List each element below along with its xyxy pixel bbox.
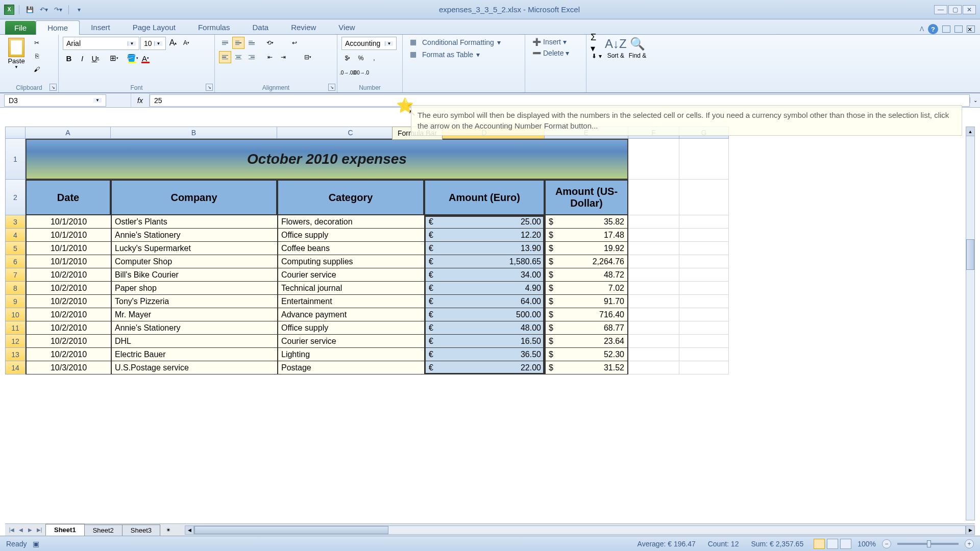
cell-date[interactable]: 10/2/2010 bbox=[26, 321, 111, 335]
cell-euro[interactable]: €500.00 bbox=[424, 308, 545, 321]
font-color-button[interactable]: A▾ bbox=[139, 52, 152, 64]
row-header-4[interactable]: 4 bbox=[5, 229, 26, 242]
cell-category[interactable]: Flowers, decoration bbox=[277, 215, 424, 229]
row-header-8[interactable]: 8 bbox=[5, 282, 26, 295]
cell-usd[interactable]: $19.92 bbox=[545, 242, 628, 255]
window-restore-icon[interactable] bbox=[954, 26, 963, 33]
cell-company[interactable]: Mr. Mayer bbox=[111, 308, 277, 321]
decrease-indent-button[interactable]: ⇤ bbox=[264, 51, 276, 63]
cell-category[interactable]: Coffee beans bbox=[277, 242, 424, 255]
italic-button[interactable]: I bbox=[76, 52, 88, 64]
cell-company[interactable]: Paper shop bbox=[111, 282, 277, 295]
hscroll-thumb[interactable] bbox=[194, 526, 388, 534]
copy-button[interactable]: ⎘ bbox=[31, 50, 43, 62]
cell-company[interactable]: Annie's Stationery bbox=[111, 229, 277, 242]
cell-usd[interactable]: $48.72 bbox=[545, 268, 628, 282]
close-button[interactable]: ✕ bbox=[963, 5, 976, 14]
cell-company[interactable]: DHL bbox=[111, 335, 277, 348]
cell-usd[interactable]: $91.70 bbox=[545, 295, 628, 308]
format-painter-button[interactable]: 🖌 bbox=[31, 63, 43, 76]
cell-category[interactable]: Computing supplies bbox=[277, 255, 424, 268]
page-layout-view-button[interactable] bbox=[827, 539, 838, 549]
cell-euro[interactable]: €22.00 bbox=[424, 361, 545, 374]
page-break-view-button[interactable] bbox=[840, 539, 851, 549]
cell-company[interactable]: U.S.Postage service bbox=[111, 361, 277, 374]
cell-usd[interactable]: $7.02 bbox=[545, 282, 628, 295]
fill-button[interactable]: ⬇ ▾ bbox=[591, 50, 603, 62]
row-header-7[interactable]: 7 bbox=[5, 268, 26, 282]
cell-euro[interactable]: €13.90 bbox=[424, 242, 545, 255]
cell-euro[interactable]: €12.20 bbox=[424, 229, 545, 242]
find-select-button[interactable]: 🔍 Find & bbox=[629, 37, 647, 92]
cell-euro[interactable]: €1,580.65 bbox=[424, 255, 545, 268]
header-euro[interactable]: Amount (Euro) bbox=[424, 180, 545, 215]
cell-date[interactable]: 10/1/2010 bbox=[26, 242, 111, 255]
formula-input[interactable]: 25 bbox=[150, 94, 970, 107]
cell-euro[interactable]: €48.00 bbox=[424, 321, 545, 335]
normal-view-button[interactable] bbox=[814, 539, 825, 549]
maximize-button[interactable]: ▢ bbox=[948, 5, 962, 14]
row-header-13[interactable]: 13 bbox=[5, 348, 26, 361]
redo-button[interactable]: ↷▾ bbox=[53, 4, 64, 15]
cell-company[interactable]: Tony's Pizzeria bbox=[111, 295, 277, 308]
minimize-ribbon-icon[interactable]: ᐱ bbox=[920, 26, 924, 33]
zoom-level[interactable]: 100% bbox=[857, 540, 876, 548]
header-date[interactable]: Date bbox=[26, 180, 111, 215]
format-as-table-button[interactable]: ▦Format as Table ▾ bbox=[407, 49, 521, 60]
row-header-14[interactable]: 14 bbox=[5, 361, 26, 374]
merge-center-button[interactable]: ⊟▾ bbox=[302, 51, 314, 63]
percent-button[interactable]: % bbox=[355, 52, 367, 64]
shrink-font-button[interactable]: A▾ bbox=[180, 37, 192, 49]
tab-insert[interactable]: Insert bbox=[80, 20, 121, 34]
col-header-b[interactable]: B bbox=[111, 127, 277, 139]
header-company[interactable]: Company bbox=[111, 180, 277, 215]
grow-font-button[interactable]: A▴ bbox=[167, 37, 179, 49]
cell-category[interactable]: Office supply bbox=[277, 229, 424, 242]
cell-usd[interactable]: $68.77 bbox=[545, 321, 628, 335]
cell-date[interactable]: 10/1/2010 bbox=[26, 229, 111, 242]
title-cell[interactable]: October 2010 expenses bbox=[26, 139, 628, 180]
cell-usd[interactable]: $2,264.76 bbox=[545, 255, 628, 268]
align-top-button[interactable] bbox=[219, 37, 231, 49]
fx-button[interactable]: fx bbox=[131, 93, 150, 107]
vscroll-thumb[interactable] bbox=[966, 239, 974, 270]
minimize-button[interactable]: — bbox=[934, 5, 947, 14]
align-middle-button[interactable] bbox=[232, 37, 244, 49]
file-tab[interactable]: File bbox=[5, 21, 36, 35]
zoom-in-button[interactable]: + bbox=[965, 539, 974, 548]
cell-category[interactable]: Entertainment bbox=[277, 295, 424, 308]
cell-usd[interactable]: $23.64 bbox=[545, 335, 628, 348]
cell-company[interactable]: Annie's Stationery bbox=[111, 321, 277, 335]
cell-company[interactable]: Bill's Bike Courier bbox=[111, 268, 277, 282]
tab-data[interactable]: Data bbox=[241, 20, 280, 34]
borders-button[interactable]: ⊞▾ bbox=[108, 52, 120, 64]
row-header-5[interactable]: 5 bbox=[5, 242, 26, 255]
decrease-decimal-button[interactable]: .00→.0 bbox=[355, 66, 367, 79]
scroll-left-button[interactable]: ◀ bbox=[185, 525, 194, 535]
zoom-out-button[interactable]: − bbox=[882, 539, 891, 548]
help-icon[interactable]: ? bbox=[928, 24, 938, 34]
row-header-2[interactable]: 2 bbox=[5, 180, 26, 215]
cell-company[interactable]: Electric Bauer bbox=[111, 348, 277, 361]
new-sheet-button[interactable]: ✴ bbox=[162, 525, 175, 535]
save-button[interactable]: 💾 bbox=[24, 4, 35, 15]
cell-date[interactable]: 10/2/2010 bbox=[26, 348, 111, 361]
increase-indent-button[interactable]: ⇥ bbox=[277, 51, 289, 63]
cell-euro[interactable]: €4.90 bbox=[424, 282, 545, 295]
cell-euro[interactable]: €25.00 bbox=[424, 215, 545, 229]
tab-page-layout[interactable]: Page Layout bbox=[121, 20, 187, 34]
orientation-button[interactable]: ⟲▾ bbox=[264, 37, 276, 49]
prev-sheet-button[interactable]: ◀ bbox=[16, 525, 26, 535]
next-sheet-button[interactable]: ▶ bbox=[26, 525, 35, 535]
cell-euro[interactable]: €34.00 bbox=[424, 268, 545, 282]
horizontal-scrollbar[interactable]: ◀ ▶ bbox=[185, 525, 975, 535]
align-bottom-button[interactable] bbox=[246, 37, 258, 49]
insert-cells-button[interactable]: ➕ Insert ▾ bbox=[529, 37, 582, 47]
increase-decimal-button[interactable]: .0→.00 bbox=[341, 66, 354, 79]
cell-company[interactable]: Computer Shop bbox=[111, 255, 277, 268]
number-format-dropdown[interactable]: Accounting▼ bbox=[341, 37, 397, 50]
cell-usd[interactable]: $716.40 bbox=[545, 308, 628, 321]
last-sheet-button[interactable]: ▶| bbox=[35, 525, 44, 535]
header-category[interactable]: Category bbox=[277, 180, 424, 215]
row-header-12[interactable]: 12 bbox=[5, 335, 26, 348]
